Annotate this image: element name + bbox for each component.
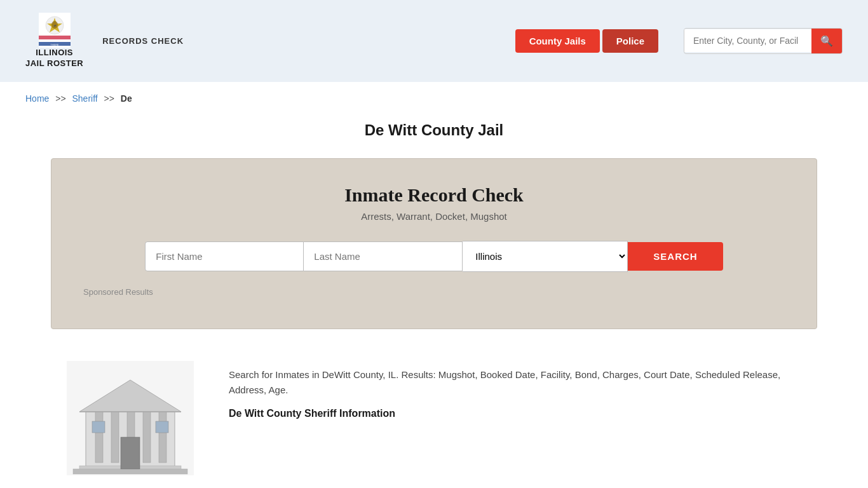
sponsored-results-label: Sponsored Results [83,287,785,297]
page-title: De Witt County Jail [0,115,868,158]
svg-rect-19 [92,421,105,433]
breadcrumb-sep-2: >> [104,93,114,104]
inmate-search-box: Inmate Record Check Arrests, Warrant, Do… [51,158,817,329]
records-check-link[interactable]: RECORDS CHECK [102,36,184,46]
bottom-section: Search for Inmates in DeWitt County, IL.… [0,348,868,488]
site-logo[interactable]: ✦ THERE ILLINOIS JAIL ROSTER [25,13,83,69]
svg-text:THERE: THERE [50,43,59,46]
breadcrumb-home[interactable]: Home [25,93,49,104]
inmate-search-subtitle: Arrests, Warrant, Docket, Mugshot [83,211,785,222]
svg-rect-11 [95,412,103,463]
bottom-description: Search for Inmates in DeWitt County, IL.… [229,367,817,398]
svg-rect-18 [121,437,140,469]
bottom-text-area: Search for Inmates in DeWitt County, IL.… [229,361,817,419]
state-select[interactable]: Illinois Alabama Alaska Arizona Arkansas… [463,241,628,272]
inmate-search-title: Inmate Record Check [83,184,785,206]
inmate-search-form: Illinois Alabama Alaska Arizona Arkansas… [83,241,785,272]
svg-rect-20 [156,421,168,433]
header-search-bar: 🔍 [684,28,843,54]
breadcrumb-current: De [121,93,132,104]
svg-rect-5 [39,36,71,39]
svg-rect-14 [143,412,151,463]
site-header: ✦ THERE ILLINOIS JAIL ROSTER RECORDS CHE… [0,0,868,82]
breadcrumb: Home >> Sheriff >> De [0,82,868,115]
main-nav: County Jails Police [515,29,658,53]
svg-text:✦: ✦ [53,24,57,28]
first-name-input[interactable] [145,241,304,271]
county-jails-button[interactable]: County Jails [515,29,600,53]
svg-rect-17 [73,469,187,474]
search-icon: 🔍 [820,36,833,46]
header-search-input[interactable] [684,29,811,52]
courthouse-icon [67,361,194,475]
building-illustration [51,361,210,475]
header-search-button[interactable]: 🔍 [811,29,842,53]
breadcrumb-sheriff[interactable]: Sheriff [72,93,98,104]
logo-text: ILLINOIS JAIL ROSTER [25,48,83,69]
breadcrumb-sep-1: >> [55,93,65,104]
inmate-search-button[interactable]: SEARCH [628,242,722,271]
svg-rect-12 [111,412,119,463]
sheriff-info-title: De Witt County Sheriff Information [229,408,817,419]
svg-rect-15 [159,412,166,463]
last-name-input[interactable] [304,241,463,271]
police-button[interactable]: Police [602,29,658,53]
flag-icon: ✦ THERE [39,13,71,48]
